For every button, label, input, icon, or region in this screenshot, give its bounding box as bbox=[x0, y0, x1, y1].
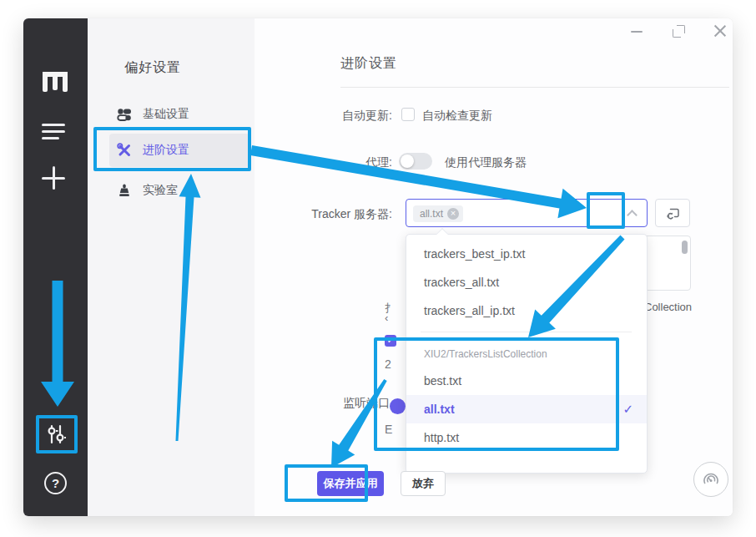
advanced-settings-icon bbox=[117, 143, 132, 158]
dropdown-group-label: XIU2/TrackersListCollection bbox=[424, 342, 664, 367]
minimize-icon[interactable] bbox=[631, 31, 643, 33]
selected-option-label: all.txt bbox=[424, 403, 455, 416]
window-controls bbox=[591, 18, 733, 68]
speed-limit-button[interactable] bbox=[693, 462, 728, 497]
listen-port-toggle-fragment bbox=[390, 398, 406, 414]
app-window: ? 偏好设置 基础设置 进阶设置 bbox=[23, 18, 733, 516]
tag-close-icon[interactable]: × bbox=[447, 208, 459, 220]
hidden-checkbox-fragment: ✓ bbox=[385, 335, 396, 347]
dropdown-option[interactable]: trackers_all.txt bbox=[406, 268, 647, 296]
basic-settings-icon bbox=[117, 107, 132, 122]
nav-item-label: 实验室 bbox=[143, 183, 178, 198]
task-list-icon[interactable] bbox=[42, 124, 65, 140]
lab-icon bbox=[117, 183, 132, 198]
help-icon[interactable]: ? bbox=[44, 472, 67, 494]
title-divider bbox=[340, 87, 729, 88]
proxy-label: 代理: bbox=[259, 155, 392, 170]
help-link-fragment: Collection bbox=[644, 301, 692, 313]
nav-item-basic-settings[interactable]: 基础设置 bbox=[109, 98, 249, 131]
tracker-select-input[interactable]: all.txt × bbox=[406, 199, 648, 227]
nav-item-lab[interactable]: 实验室 bbox=[109, 174, 249, 207]
dropdown-option[interactable]: best.txt bbox=[406, 367, 647, 395]
page-title: 进阶设置 bbox=[340, 55, 397, 73]
tracker-dropdown-panel: trackers_best_ip.txt trackers_all.txt tr… bbox=[406, 234, 648, 474]
screenshot-stage: ? 偏好设置 基础设置 进阶设置 bbox=[0, 0, 756, 537]
listen-port-label: 监听端口 bbox=[343, 396, 390, 411]
tag-label: all.txt bbox=[420, 208, 443, 220]
check-icon: ✓ bbox=[622, 395, 633, 423]
dropdown-option-selected[interactable]: all.txt ✓ bbox=[406, 395, 647, 423]
dropdown-option[interactable]: trackers_all_ip.txt bbox=[406, 296, 647, 325]
tracker-label: Tracker 服务器: bbox=[259, 207, 392, 222]
app-sidebar: ? bbox=[23, 18, 88, 516]
nav-item-advanced-settings[interactable]: 进阶设置 bbox=[109, 134, 249, 167]
nav-item-label: 进阶设置 bbox=[143, 143, 189, 158]
bt-text-fragment: E bbox=[385, 423, 392, 436]
add-task-icon[interactable] bbox=[42, 166, 65, 190]
save-apply-button[interactable]: 保存并应用 bbox=[317, 471, 384, 496]
dropdown-option[interactable]: trackers_best_ip.txt bbox=[406, 240, 647, 268]
auto-update-checkbox[interactable] bbox=[401, 108, 415, 121]
speedometer-icon bbox=[701, 469, 721, 489]
auto-update-label: 自动更新: bbox=[259, 109, 392, 124]
discard-button[interactable]: 放弃 bbox=[401, 471, 446, 496]
toggle-knob bbox=[401, 155, 414, 168]
proxy-option-label: 使用代理服务器 bbox=[445, 155, 527, 170]
main-panel: 进阶设置 自动更新: 自动检查更新 代理: 使用代理服务器 Tracker 服务… bbox=[255, 18, 733, 516]
update-trackers-button[interactable] bbox=[655, 199, 690, 227]
preferences-title: 偏好设置 bbox=[124, 59, 181, 77]
dropdown-caret bbox=[436, 228, 448, 240]
help-text-fragment-2: ‹ bbox=[385, 312, 391, 324]
port-value-fragment: 2 bbox=[385, 357, 391, 371]
selected-tracker-tag: all.txt × bbox=[413, 205, 463, 222]
dropdown-divider bbox=[421, 332, 632, 332]
close-icon[interactable] bbox=[713, 23, 728, 38]
dropdown-option[interactable]: http.txt bbox=[406, 423, 647, 452]
auto-update-option-label: 自动检查更新 bbox=[422, 109, 492, 124]
textarea-scrollbar[interactable] bbox=[682, 241, 688, 254]
chevron-up-icon[interactable] bbox=[627, 210, 638, 220]
refresh-trackers-icon bbox=[666, 206, 681, 221]
preferences-icon[interactable] bbox=[45, 423, 67, 445]
maximize-icon[interactable] bbox=[673, 25, 685, 38]
preferences-sidebar: 偏好设置 基础设置 进阶设置 bbox=[88, 18, 255, 516]
proxy-toggle[interactable] bbox=[399, 153, 432, 170]
motrix-logo bbox=[43, 72, 68, 92]
nav-item-label: 基础设置 bbox=[143, 107, 189, 122]
